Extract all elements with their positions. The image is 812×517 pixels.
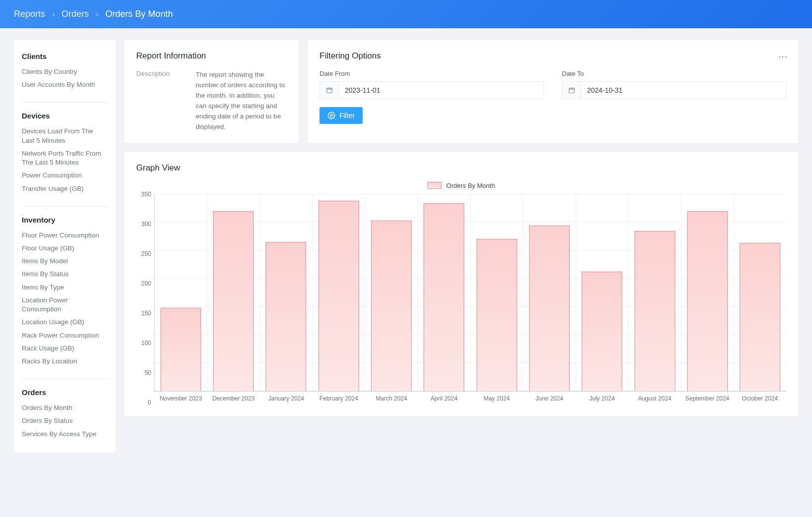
bar[interactable] <box>371 221 412 391</box>
bar[interactable] <box>319 201 359 391</box>
sidebar-item[interactable]: Transfer Usage (GB) <box>22 182 108 195</box>
chart-plot: November 2023December 2023January 2024Fe… <box>154 194 786 392</box>
sidebar-item[interactable]: Services By Access Type <box>22 428 108 441</box>
date-to-input[interactable] <box>581 81 786 99</box>
bar[interactable] <box>635 231 675 391</box>
x-tick: July 2024 <box>576 395 628 402</box>
bar[interactable] <box>582 272 622 391</box>
filter-header: Filtering Options <box>320 51 786 61</box>
y-tick: 0 <box>148 399 151 406</box>
calendar-icon[interactable] <box>320 81 338 99</box>
bar[interactable] <box>529 226 570 391</box>
date-to-field: Date To <box>562 70 786 99</box>
report-info-header: Report Information <box>136 51 287 61</box>
graph-card: Graph View Orders By Month 0501001502002… <box>124 152 798 416</box>
date-from-label: Date From <box>320 70 544 77</box>
bar[interactable] <box>477 239 517 391</box>
nav-group: InventoryFloor Power ConsumptionFloor Us… <box>22 206 108 368</box>
breadcrumb-item[interactable]: Reports <box>14 9 45 19</box>
description-label: Description <box>136 70 182 132</box>
sidebar-item[interactable]: Orders By Status <box>22 414 108 427</box>
bar-slot <box>523 194 576 391</box>
breadcrumb-item[interactable]: Orders <box>61 9 89 19</box>
y-tick: 150 <box>141 310 151 317</box>
sidebar-item[interactable]: Rack Power Consumption <box>22 329 108 342</box>
x-tick: June 2024 <box>523 395 576 402</box>
calendar-icon[interactable] <box>562 81 581 99</box>
sidebar-item[interactable]: Rack Usage (GB) <box>22 342 108 355</box>
bar[interactable] <box>213 211 254 391</box>
sidebar-item[interactable]: Items By Model <box>22 255 108 268</box>
page-header: Reports›Orders›Orders By Month <box>0 0 812 28</box>
sidebar-item[interactable]: Floor Usage (GB) <box>22 242 108 255</box>
sidebar-item[interactable]: Clients By Country <box>22 65 108 78</box>
legend-swatch <box>428 182 441 189</box>
nav-group-title: Devices <box>22 112 108 120</box>
legend-label: Orders By Month <box>446 182 495 189</box>
sidebar-item[interactable]: Location Power Consumption <box>22 294 108 316</box>
sidebar-item[interactable]: Network Ports Traffic From The Last 5 Mi… <box>22 147 108 169</box>
breadcrumb-item: Orders By Month <box>106 9 173 19</box>
bar-slot <box>576 194 629 391</box>
breadcrumb: Reports›Orders›Orders By Month <box>14 9 798 19</box>
x-tick: October 2024 <box>734 395 786 402</box>
bar[interactable] <box>687 211 728 391</box>
nav-group-title: Clients <box>22 52 108 60</box>
filter-card: ⋯ Filtering Options Date From <box>308 40 798 143</box>
sidebar-item[interactable]: Location Usage (GB) <box>22 316 108 329</box>
chart: 050100150200250300350 November 2023Decem… <box>136 194 786 402</box>
bar[interactable] <box>424 203 464 391</box>
bar[interactable] <box>740 243 780 391</box>
x-tick: May 2024 <box>471 395 523 402</box>
chevron-right-icon: › <box>52 10 54 19</box>
date-from-field: Date From <box>320 70 544 99</box>
nav-group: ClientsClients By CountryUser Accounts B… <box>22 52 108 91</box>
bar-slot <box>734 194 786 391</box>
date-from-input[interactable] <box>338 81 544 99</box>
bar-slot <box>365 194 418 391</box>
bar[interactable] <box>266 242 306 391</box>
y-tick: 50 <box>145 369 151 376</box>
bar-slot <box>418 194 471 391</box>
sidebar-item[interactable]: Items By Status <box>22 268 108 281</box>
sidebar-item[interactable]: Devices Load From The Last 5 Minutes <box>22 125 108 147</box>
chart-bars <box>155 194 786 391</box>
x-tick: April 2024 <box>418 395 470 402</box>
sidebar-item[interactable]: User Accounts By Month <box>22 78 108 91</box>
sidebar-item[interactable]: Items By Type <box>22 281 108 294</box>
x-tick: November 2023 <box>155 395 207 402</box>
main-content: Report Information Description The repor… <box>124 40 798 416</box>
sidebar-item[interactable]: Racks By Location <box>22 355 108 368</box>
svg-rect-0 <box>326 88 332 93</box>
svg-rect-1 <box>569 88 574 93</box>
gear-icon <box>327 112 335 119</box>
filter-button-label: Filter <box>339 112 355 119</box>
chart-x-axis: November 2023December 2023January 2024Fe… <box>155 395 786 402</box>
graph-header: Graph View <box>136 163 786 173</box>
main-layout: ClientsClients By CountryUser Accounts B… <box>0 28 812 464</box>
x-tick: August 2024 <box>628 395 681 402</box>
top-row: Report Information Description The repor… <box>124 40 798 143</box>
chart-y-axis: 050100150200250300350 <box>136 194 154 402</box>
sidebar-item[interactable]: Floor Power Consumption <box>22 229 108 242</box>
bar-slot <box>471 194 523 391</box>
chart-legend: Orders By Month <box>136 182 786 189</box>
chevron-right-icon: › <box>96 10 98 19</box>
nav-group-title: Orders <box>22 388 108 397</box>
bar[interactable] <box>161 308 201 391</box>
filter-fields: Date From Date To <box>320 70 786 99</box>
sidebar-item[interactable]: Power Consumption <box>22 169 108 182</box>
y-tick: 100 <box>141 340 151 346</box>
report-info-card: Report Information Description The repor… <box>124 40 299 143</box>
sidebar-item[interactable]: Orders By Month <box>22 402 108 414</box>
y-tick: 350 <box>141 191 151 198</box>
bar-slot <box>260 194 313 391</box>
x-tick: September 2024 <box>681 395 734 402</box>
description-text: The report showing the number of orders … <box>196 70 287 132</box>
y-tick: 200 <box>141 280 151 287</box>
sidebar: ClientsClients By CountryUser Accounts B… <box>14 40 115 453</box>
card-menu-icon[interactable]: ⋯ <box>778 51 788 62</box>
filter-button[interactable]: Filter <box>320 107 363 124</box>
x-tick: February 2024 <box>313 395 365 402</box>
nav-group-title: Inventory <box>22 216 108 224</box>
